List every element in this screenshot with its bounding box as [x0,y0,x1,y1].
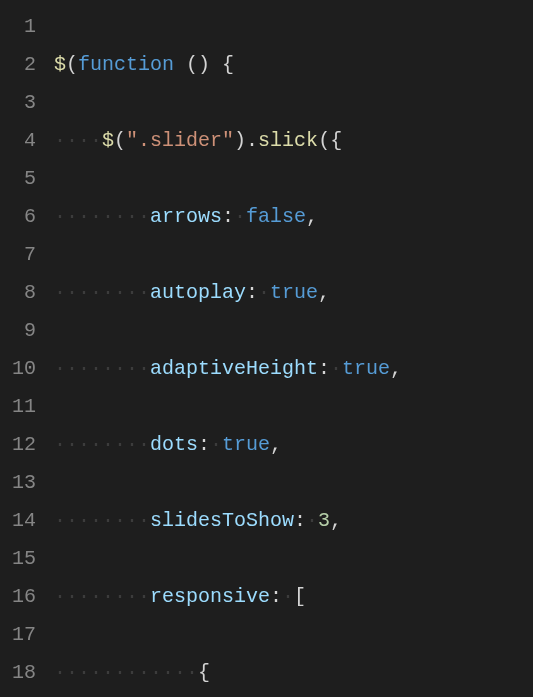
whitespace-dot: · [234,205,246,228]
token-boolean: true [342,357,390,380]
line-number: 16 [12,578,36,616]
token-punct: : [294,509,306,532]
code-line: ····$(".slider").slick({ [54,122,486,160]
token-property: arrows [150,205,222,228]
line-number: 7 [12,236,36,274]
code-line: ········arrows:·false, [54,198,486,236]
token-property: slidesToShow [150,509,294,532]
indent-guide: ········ [54,357,150,380]
whitespace-dot: · [330,357,342,380]
indent-guide: ········ [54,281,150,304]
token-punct: : [222,205,234,228]
token-string: ".slider" [126,129,234,152]
token-punct: ). [234,129,258,152]
line-number: 10 [12,350,36,388]
indent-guide: ········ [54,433,150,456]
token-boolean: true [270,281,318,304]
indent-guide: ············ [54,661,198,684]
whitespace-dot: · [258,281,270,304]
line-number: 1 [12,8,36,46]
code-line: ········responsive:·[ [54,578,486,616]
token-punct: , [306,205,318,228]
whitespace-dot: · [282,585,294,608]
token-punct: , [270,433,282,456]
line-number-gutter: 1 2 3 4 5 6 7 8 9 10 11 12 13 14 15 16 1… [0,0,54,697]
line-number: 2 [12,46,36,84]
token-punct: { [222,53,234,76]
code-line: $(function () { [54,46,486,84]
code-line: ············{ [54,654,486,692]
line-number: 14 [12,502,36,540]
line-number: 3 [12,84,36,122]
token-punct: , [390,357,402,380]
token-call: slick [258,129,318,152]
token-punct: : [198,433,210,456]
token-punct: , [318,281,330,304]
code-editor: 1 2 3 4 5 6 7 8 9 10 11 12 13 14 15 16 1… [0,0,533,697]
code-area[interactable]: $(function () { ····$(".slider").slick({… [54,0,486,697]
token-function: $ [102,129,114,152]
token-function: $ [54,53,66,76]
token-punct: , [330,509,342,532]
indent-guide: ···· [54,129,102,152]
token-keyword: function [78,53,174,76]
token-boolean: true [222,433,270,456]
token-punct: ({ [318,129,342,152]
token-space [174,53,186,76]
token-punct: ( [66,53,78,76]
token-property: responsive [150,585,270,608]
whitespace-dot: · [210,433,222,456]
token-punct: () [186,53,210,76]
token-boolean: false [246,205,306,228]
line-number: 13 [12,464,36,502]
token-punct: : [270,585,282,608]
line-number: 12 [12,426,36,464]
token-punct: : [246,281,258,304]
line-number: 18 [12,654,36,692]
token-punct: ( [114,129,126,152]
token-punct: : [318,357,330,380]
line-number: 11 [12,388,36,426]
code-line: ········autoplay:·true, [54,274,486,312]
line-number: 6 [12,198,36,236]
line-number: 17 [12,616,36,654]
code-line: ········adaptiveHeight:·true, [54,350,486,388]
line-number: 8 [12,274,36,312]
line-number: 5 [12,160,36,198]
line-number: 4 [12,122,36,160]
indent-guide: ········ [54,205,150,228]
whitespace-dot: · [306,509,318,532]
token-punct: { [198,661,210,684]
token-property: adaptiveHeight [150,357,318,380]
code-line: ········dots:·true, [54,426,486,464]
line-number: 15 [12,540,36,578]
code-line: ········slidesToShow:·3, [54,502,486,540]
token-space [210,53,222,76]
indent-guide: ········ [54,509,150,532]
token-punct: [ [294,585,306,608]
line-number: 9 [12,312,36,350]
token-property: autoplay [150,281,246,304]
indent-guide: ········ [54,585,150,608]
token-number: 3 [318,509,330,532]
token-property: dots [150,433,198,456]
